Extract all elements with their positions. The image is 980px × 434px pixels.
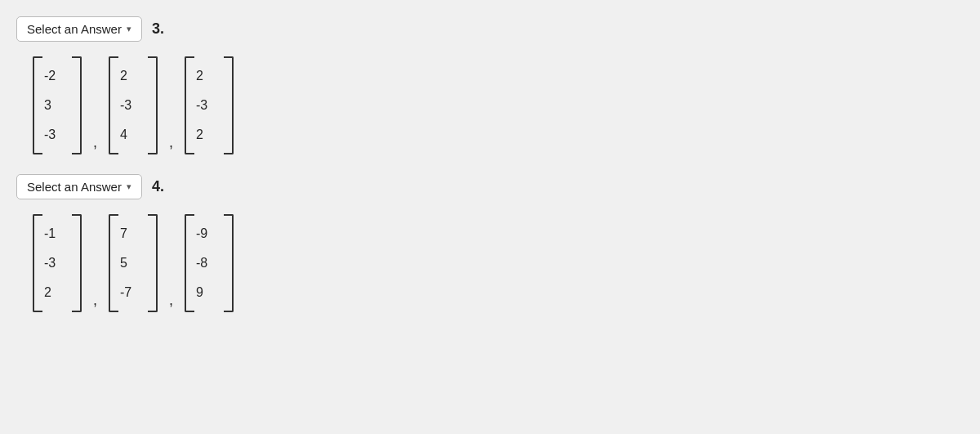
matrix-3-1-bracket: -2 3 -3 [33,56,82,154]
matrix-3-1: -2 3 -3 [33,56,82,154]
matrix-4-1-cell-3: 2 [44,278,51,307]
matrix-4-3-cell-3: 9 [196,278,203,307]
matrix-3-1-cell-1: -2 [44,61,56,91]
matrix-4-3-cell-1: -9 [196,219,207,248]
comma-4-1: , [93,292,97,312]
matrix-3-1-cell-3: -3 [44,120,56,150]
matrix-4-2-bracket: 7 5 -7 [109,214,158,312]
matrix-3-3-cell-2: -3 [196,91,207,120]
section-3-header: Select an Answer ▾ 3. [16,16,964,42]
matrix-4-2-cell-2: 5 [120,248,127,278]
matrix-4-1-bracket: -1 -3 2 [33,214,82,312]
matrices-row-4: -1 -3 2 , 7 5 -7 , -9 -8 9 [33,214,964,312]
matrix-3-2-cell-3: 4 [120,120,127,150]
matrix-4-3-cell-2: -8 [196,248,207,278]
matrix-3-3: 2 -3 2 [185,56,234,154]
matrices-row-3: -2 3 -3 , 2 -3 4 , 2 -3 2 [33,56,964,154]
comma-3-2: , [169,134,173,154]
section-number-3: 3. [152,20,164,38]
select-answer-button-3[interactable]: Select an Answer ▾ [16,16,142,42]
matrix-3-1-cell-2: 3 [44,91,51,120]
matrix-3-3-cell-1: 2 [196,61,203,91]
matrix-4-1-cell-2: -3 [44,248,56,278]
section-4: Select an Answer ▾ 4. -1 -3 2 , 7 5 -7 , [16,174,964,312]
comma-4-2: , [169,292,173,312]
select-answer-button-4[interactable]: Select an Answer ▾ [16,174,142,199]
matrix-4-2-cell-3: -7 [120,278,131,307]
matrix-4-2-cell-1: 7 [120,219,127,248]
matrix-4-3-bracket: -9 -8 9 [185,214,234,312]
select-answer-label-4: Select an Answer [27,180,122,194]
select-answer-label-3: Select an Answer [27,22,122,36]
chevron-down-icon-4: ▾ [127,181,131,192]
matrix-4-1-cell-1: -1 [44,219,56,248]
matrix-4-2: 7 5 -7 [109,214,158,312]
matrix-3-2-cell-1: 2 [120,61,127,91]
chevron-down-icon-3: ▾ [127,24,131,34]
matrix-3-2-cell-2: -3 [120,91,131,120]
matrix-4-1: -1 -3 2 [33,214,82,312]
matrix-3-3-bracket: 2 -3 2 [185,56,234,154]
comma-3-1: , [93,134,97,154]
matrix-3-2-bracket: 2 -3 4 [109,56,158,154]
section-3: Select an Answer ▾ 3. -2 3 -3 , 2 -3 4 , [16,16,964,154]
section-number-4: 4. [152,178,164,195]
matrix-3-3-cell-3: 2 [196,120,203,150]
matrix-4-3: -9 -8 9 [185,214,234,312]
matrix-3-2: 2 -3 4 [109,56,158,154]
section-4-header: Select an Answer ▾ 4. [16,174,964,199]
